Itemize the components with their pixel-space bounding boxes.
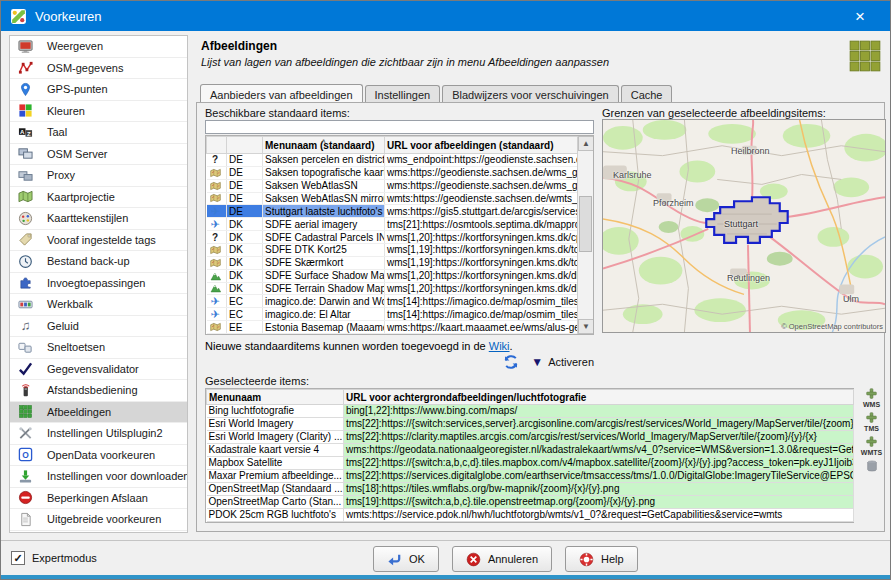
sidebar-item[interactable]: Werkbalk xyxy=(10,294,187,316)
selected-imagery-row[interactable]: PDOK 25cm RGB luchtfoto's wmts:https://s… xyxy=(207,509,854,522)
activate-row: ▼ Activeren xyxy=(205,354,594,370)
sidebar-item[interactable]: Kaarttekenstijlen xyxy=(10,208,187,230)
sort-ascending-icon: ˄ xyxy=(321,137,325,147)
map-icon xyxy=(209,181,222,192)
sidebar-item[interactable]: Uitgebreide voorkeuren xyxy=(10,509,187,531)
selected-imagery-table: Menunaam URL voor achtergrondafbeeldinge… xyxy=(205,388,854,523)
map-attribution: © OpenStreetMap contributors xyxy=(781,322,883,331)
imagery-default-row[interactable]: EE Estonia Basemap (Maaamet... wms:https… xyxy=(207,334,579,335)
content-area: Afbeeldingen Lijst van lagen van afbeeld… xyxy=(196,36,885,533)
sidebar-item[interactable]: Afbeeldingen xyxy=(10,402,187,424)
selected-imagery-row[interactable]: OpenStreetMap Carto (Stan... tms[19]:htt… xyxy=(207,496,854,509)
imagery-default-row[interactable]: ✈ DE Stuttgart laatste luchtfoto's wms:h… xyxy=(207,205,579,218)
sidebar-item[interactable]: Afstandsbediening xyxy=(10,380,187,402)
projection-icon xyxy=(17,189,34,205)
imagery-default-row[interactable]: DE Saksen WebAtlasSN wms:https://geodien… xyxy=(207,179,579,192)
add-wmts-button[interactable]: WMTS xyxy=(861,435,882,456)
coverage-map[interactable]: Heilbronn Karlsruhe Pforzheim Stuttgart … xyxy=(602,119,886,333)
selected-imagery-row[interactable]: Esri World Imagery (Clarity) ... tms[22]… xyxy=(207,431,854,444)
wiki-link[interactable]: Wiki xyxy=(489,340,510,352)
column-header-menuname[interactable]: ˄Menunaam (standaard) xyxy=(263,137,385,154)
column-header-menuname[interactable]: Menunaam xyxy=(207,390,344,405)
vertical-scrollbar[interactable]: ▲ ▼ xyxy=(577,136,593,334)
sidebar-item[interactable]: Vooraf ingestelde tags xyxy=(10,230,187,252)
sidebar-item[interactable]: Beperkingen Afslaan xyxy=(10,488,187,510)
sidebar-item[interactable]: AZ Taal xyxy=(10,122,187,144)
sidebar-item[interactable]: OSM Server xyxy=(10,144,187,166)
plane-icon: ✈ xyxy=(209,206,222,217)
sidebar-item[interactable]: ♫ Geluid xyxy=(10,316,187,338)
selected-imagery-row[interactable]: Kadastrale kaart versie 4 wms:https://ge… xyxy=(207,444,854,457)
cancel-button[interactable]: Annuleren xyxy=(452,546,552,572)
scrollbar-thumb[interactable] xyxy=(579,196,592,252)
imagery-default-row[interactable]: ✈ EC imagico.de: Darwin and Wo... tms[14… xyxy=(207,295,579,308)
plugins-icon xyxy=(17,275,34,291)
map-city-label: Stuttgart xyxy=(724,219,758,229)
selected-imagery-row[interactable]: Maxar Premium afbeeldinge... tms[22]:htt… xyxy=(207,470,854,483)
sidebar-item[interactable]: Bestand back-up xyxy=(10,251,187,273)
column-header-url[interactable]: URL voor afbeeldingen (standaard) xyxy=(385,137,579,154)
remote-icon xyxy=(17,382,34,398)
help-button[interactable]: Help xyxy=(565,546,638,572)
window-title: Voorkeuren xyxy=(35,9,102,24)
sidebar-item[interactable]: O OpenData voorkeuren xyxy=(10,445,187,467)
sidebar-item[interactable]: GPS-punten xyxy=(10,79,187,101)
imagery-default-row[interactable]: DE Saksen topografische kaart wms:https:… xyxy=(207,166,579,179)
backup-icon xyxy=(17,253,34,269)
svg-text:A: A xyxy=(20,127,25,134)
sidebar-item[interactable]: OSM-gegevens xyxy=(10,58,187,80)
map-city-label: Pforzheim xyxy=(653,198,694,208)
map-icon xyxy=(209,245,222,256)
tab[interactable]: Instellingen xyxy=(365,85,441,103)
tab[interactable]: Cache xyxy=(621,85,673,103)
sidebar-item[interactable]: Proxy xyxy=(10,165,187,187)
restrictions-icon xyxy=(17,490,34,506)
imagery-default-row[interactable]: ✈ EC imagico.de: El Altar tms[14]:https:… xyxy=(207,308,579,321)
sidebar-item[interactable]: Weergeven xyxy=(10,36,187,58)
ok-button[interactable]: OK xyxy=(373,546,439,572)
expert-checkbox[interactable]: ✓ xyxy=(11,551,25,565)
column-header-url[interactable]: URL voor achtergrondafbeeldingen/luchtfo… xyxy=(344,390,854,405)
sidebar-item[interactable]: Gegevensvalidator xyxy=(10,359,187,381)
sidebar-item[interactable]: Sneltoetsen xyxy=(10,337,187,359)
tab[interactable]: Aanbieders van afbeeldingen xyxy=(200,84,363,103)
sidebar-item[interactable]: Instellingen Utilsplugin2 xyxy=(10,423,187,445)
tab[interactable]: Bladwijzers voor verschuivingen xyxy=(442,85,619,103)
imagery-default-row[interactable]: DK SDFE Surface Shadow Map... wms[1,20]:… xyxy=(207,269,579,282)
sidebar-item[interactable]: Instellingen voor downloaden xyxy=(10,466,187,488)
imagery-default-row[interactable]: ? DE Saksen percelen en districten wms_e… xyxy=(207,154,579,167)
imagery-default-row[interactable]: ? DK SDFE Cadastral Parcels INS... wms[1… xyxy=(207,231,579,244)
imagery-default-row[interactable]: EE Estonia Basemap (Maaamet) wms:https:/… xyxy=(207,321,579,334)
delete-entry-button[interactable] xyxy=(865,459,879,476)
footer-separator xyxy=(1,540,890,541)
imagery-default-row[interactable]: DE Saksen WebAtlasSN mirror ... wmts:htt… xyxy=(207,192,579,205)
server-icon xyxy=(17,146,34,162)
imagery-default-row[interactable]: DK SDFE DTK Kort25 wms[1,19]:https://kor… xyxy=(207,244,579,257)
selected-imagery-row[interactable]: Mapbox Satellite tms[22]:https://{switch… xyxy=(207,457,854,470)
filter-input[interactable] xyxy=(205,120,594,134)
activate-button[interactable]: ▼ Activeren xyxy=(531,356,594,368)
map-city-label: Reutlingen xyxy=(727,273,770,283)
sidebar-item[interactable]: Invoegtoepassingen xyxy=(10,273,187,295)
presets-icon xyxy=(17,232,34,248)
selected-items-label: Geselecteerde items: xyxy=(205,375,309,387)
selected-imagery-row[interactable]: OpenStreetMap (Standaard ... tms[18]:htt… xyxy=(207,483,854,496)
imagery-default-row[interactable]: ✈ DK SDFE aerial imagery tms[21]:https:/… xyxy=(207,218,579,231)
refresh-button[interactable] xyxy=(503,354,519,370)
imagery-default-row[interactable]: DK SDFE Terrain Shadow Map ... wms[1,20]… xyxy=(207,282,579,295)
add-wms-button[interactable]: WMS xyxy=(863,387,880,408)
selected-imagery-row[interactable]: Bing luchtfotografie bing[1,22]:https://… xyxy=(207,405,854,418)
sidebar-item[interactable]: Kaartprojectie xyxy=(10,187,187,209)
tab-panel: Beschikbare standaard items: ˄Menunaam (… xyxy=(196,102,885,532)
imagery-default-row[interactable]: DK SDFE Skærmkort wms[1,19]:https://kort… xyxy=(207,256,579,269)
language-icon: AZ xyxy=(17,124,34,140)
close-button[interactable]: × xyxy=(839,1,881,31)
add-tms-button[interactable]: TMS xyxy=(864,411,879,432)
scroll-down-button[interactable]: ▼ xyxy=(578,319,594,334)
scroll-up-button[interactable]: ▲ xyxy=(578,136,594,151)
column-header-icon[interactable] xyxy=(207,137,227,154)
selected-imagery-row[interactable]: Esri World Imagery tms[22]:https://{swit… xyxy=(207,418,854,431)
column-header-country[interactable] xyxy=(227,137,263,154)
sidebar-item[interactable]: Kleuren xyxy=(10,101,187,123)
question-icon: ? xyxy=(209,155,222,166)
